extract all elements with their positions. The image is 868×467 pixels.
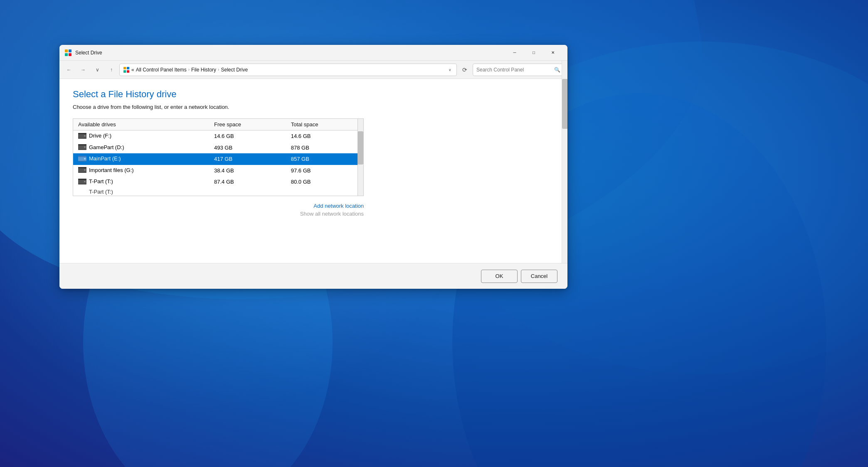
drive-free-space: 417 GB [209, 153, 286, 165]
address-bar-icon [123, 66, 130, 73]
drive-icon-img [78, 144, 86, 150]
up-button[interactable]: ↑ [105, 64, 118, 76]
drive-total-space: 80.0 GB [286, 176, 363, 188]
add-network-location-link[interactable]: Add network location [313, 203, 364, 209]
svg-rect-9 [78, 133, 86, 134]
breadcrumb-root: « [131, 67, 134, 73]
breadcrumb-item-1[interactable]: All Control Panel Items [136, 67, 187, 73]
window-scrollbar[interactable] [562, 61, 567, 263]
page-title: Select a File History drive [73, 89, 554, 100]
drive-icon: T-Part (T:) [78, 178, 113, 184]
close-button[interactable]: ✕ [543, 45, 562, 61]
back-button[interactable]: ← [63, 64, 75, 76]
title-bar: Select Drive ─ □ ✕ [59, 45, 567, 61]
svg-rect-21 [78, 179, 86, 180]
svg-rect-3 [69, 53, 72, 56]
window-icon [64, 49, 72, 57]
search-bar[interactable]: 🔍 [473, 64, 564, 76]
minimize-button[interactable]: ─ [505, 45, 524, 61]
network-links: Add network location Show all network lo… [73, 203, 364, 217]
drive-free-space: 87.4 GB [209, 176, 286, 188]
footer: OK Cancel [59, 263, 567, 289]
svg-rect-4 [123, 67, 126, 69]
forward-button[interactable]: → [77, 64, 89, 76]
address-breadcrumb: « All Control Panel Items › File History… [131, 67, 445, 73]
drive-icon-img [78, 167, 86, 173]
ok-button[interactable]: OK [481, 270, 518, 283]
svg-rect-0 [65, 49, 68, 52]
show-all-network-locations-link: Show all network locations [300, 211, 364, 217]
drive-icon: MainPart (E:) [78, 155, 121, 162]
drive-free-space: 38.4 GB [209, 165, 286, 177]
drive-icon-img [78, 156, 86, 162]
drive-icon-img [78, 179, 86, 184]
svg-rect-2 [65, 53, 68, 56]
drive-name: Important files (G:) [89, 167, 134, 173]
table-scrollbar[interactable] [358, 119, 363, 196]
dialog-window: Select Drive ─ □ ✕ ← → ∨ ↑ « All Control [59, 45, 567, 289]
table-row[interactable]: Drive (F:)14.6 GB14.6 GB [73, 130, 363, 142]
svg-rect-15 [78, 156, 86, 157]
drive-icon: GamePart (D:) [78, 144, 124, 150]
svg-rect-16 [84, 158, 86, 160]
drive-table-wrapper: Available drives Free space Total space … [73, 118, 364, 196]
content-area: Select a File History drive Choose a dri… [59, 79, 567, 263]
title-bar-controls: ─ □ ✕ [505, 45, 562, 61]
breadcrumb-item-2[interactable]: File History [191, 67, 216, 73]
search-icon[interactable]: 🔍 [554, 67, 560, 73]
main-content: Select a File History drive Choose a dri… [59, 79, 567, 263]
svg-rect-13 [84, 146, 86, 148]
svg-rect-10 [84, 135, 86, 137]
table-row[interactable]: MainPart (E:)417 GB857 GB [73, 153, 363, 165]
address-bar[interactable]: « All Control Panel Items › File History… [119, 64, 457, 76]
svg-rect-19 [84, 169, 86, 171]
svg-rect-18 [78, 167, 86, 168]
refresh-button[interactable]: ⟳ [459, 64, 471, 76]
drive-free-space: 14.6 GB [209, 130, 286, 142]
breadcrumb-sep-1: › [188, 67, 190, 72]
drive-total-space: 97.6 GB [286, 165, 363, 177]
svg-rect-6 [123, 70, 126, 73]
svg-rect-1 [69, 49, 72, 52]
drive-icon-img [78, 133, 86, 139]
address-bar-dropdown[interactable]: ∨ [446, 66, 453, 73]
drive-table: Available drives Free space Total space … [73, 119, 363, 196]
table-row-partial: T-Part (T:) [73, 188, 363, 196]
drive-name: MainPart (E:) [89, 155, 121, 162]
col-header-free: Free space [209, 119, 286, 130]
col-header-name: Available drives [73, 119, 209, 130]
drive-total-space: 878 GB [286, 142, 363, 154]
svg-rect-7 [127, 70, 129, 73]
table-row[interactable]: GamePart (D:)493 GB878 GB [73, 142, 363, 154]
drive-name: T-Part (T:) [89, 178, 113, 184]
drive-name: Drive (F:) [89, 133, 111, 139]
drive-total-space: 857 GB [286, 153, 363, 165]
drive-icon: Drive (F:) [78, 133, 111, 139]
search-input[interactable] [476, 67, 552, 73]
drive-icon: Important files (G:) [78, 167, 134, 173]
svg-rect-5 [127, 67, 129, 69]
cancel-button[interactable]: Cancel [521, 270, 557, 283]
nav-bar: ← → ∨ ↑ « All Control Panel Items › File… [59, 61, 567, 79]
window-scrollbar-thumb[interactable] [562, 79, 567, 129]
drive-free-space: 493 GB [209, 142, 286, 154]
drive-total-space: 14.6 GB [286, 130, 363, 142]
maximize-button[interactable]: □ [524, 45, 543, 61]
drive-name: GamePart (D:) [89, 144, 124, 150]
svg-rect-12 [78, 144, 86, 145]
table-row[interactable]: T-Part (T:)87.4 GB80.0 GB [73, 176, 363, 188]
svg-rect-22 [84, 181, 86, 182]
breadcrumb-sep-2: › [218, 67, 219, 72]
col-header-total: Total space [286, 119, 363, 130]
table-scrollbar-thumb[interactable] [358, 131, 363, 165]
breadcrumb-item-3[interactable]: Select Drive [221, 67, 248, 73]
nav-dropdown-button[interactable]: ∨ [91, 64, 104, 76]
table-row[interactable]: Important files (G:)38.4 GB97.6 GB [73, 165, 363, 177]
page-subtitle: Choose a drive from the following list, … [73, 104, 554, 110]
window-title: Select Drive [75, 50, 505, 56]
